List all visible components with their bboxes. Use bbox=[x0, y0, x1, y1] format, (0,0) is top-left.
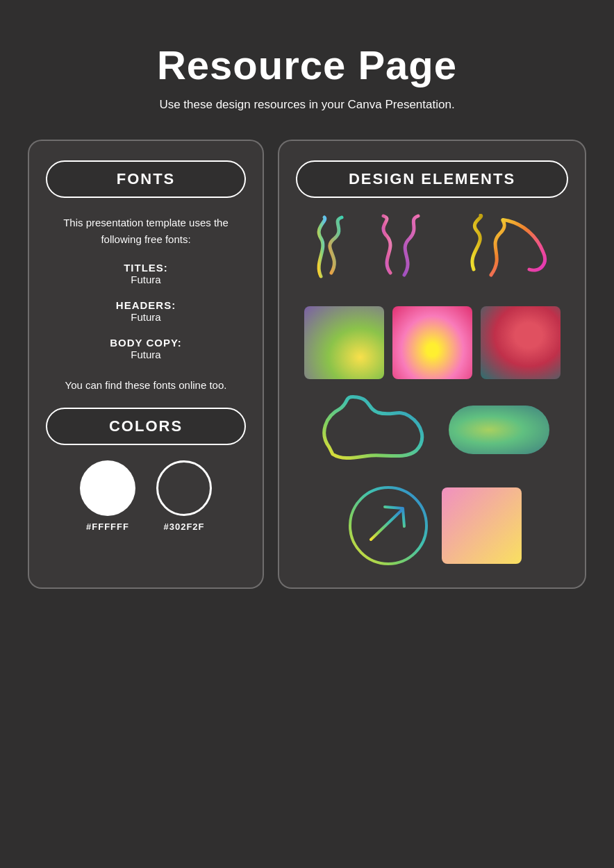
color-swatches: #FFFFFF #302F2F bbox=[80, 460, 212, 532]
color-hex-white: #FFFFFF bbox=[86, 521, 129, 532]
font-entry-titles: TITLES: Futura bbox=[124, 262, 168, 285]
swatch-white: #FFFFFF bbox=[80, 460, 135, 532]
squiggles-row bbox=[296, 210, 568, 294]
page-title: Resource Page bbox=[157, 42, 457, 88]
font-label-headers: HEADERS: bbox=[116, 299, 176, 311]
pill-shape bbox=[449, 406, 549, 454]
gradient-square-1 bbox=[304, 306, 384, 379]
page-subtitle: Use these design resources in your Canva… bbox=[159, 98, 454, 112]
main-grid: FONTS This presentation template uses th… bbox=[28, 140, 586, 589]
gradient-squares-row bbox=[296, 306, 568, 379]
gradient-square-2 bbox=[392, 306, 472, 379]
font-entry-headers: HEADERS: Futura bbox=[116, 299, 176, 323]
font-value-titles: Futura bbox=[124, 274, 168, 285]
pink-gradient-square bbox=[442, 487, 522, 564]
colors-section: COLORS #FFFFFF #302F2F bbox=[46, 408, 246, 532]
right-panel: DESIGN ELEMENTS bbox=[278, 140, 586, 589]
left-panel: FONTS This presentation template uses th… bbox=[28, 140, 264, 589]
circle-arrow-svg bbox=[343, 481, 433, 571]
blob-svg bbox=[315, 392, 440, 468]
colors-label-box: COLORS bbox=[46, 408, 246, 445]
font-entry-body: BODY COPY: Futura bbox=[110, 337, 182, 360]
fonts-description: This presentation template uses the foll… bbox=[46, 215, 246, 248]
color-circle-dark bbox=[156, 460, 212, 516]
squiggles-svg bbox=[307, 214, 557, 290]
gradient-square-3 bbox=[481, 306, 561, 379]
design-elements-label: DESIGN ELEMENTS bbox=[349, 170, 515, 187]
fonts-label: FONTS bbox=[117, 170, 176, 187]
font-label-body: BODY COPY: bbox=[110, 337, 182, 349]
swatch-dark: #302F2F bbox=[156, 460, 212, 532]
colors-label: COLORS bbox=[109, 417, 183, 435]
blob-pill-row bbox=[296, 392, 568, 468]
color-circle-white bbox=[80, 460, 135, 516]
font-label-titles: TITLES: bbox=[124, 262, 168, 274]
color-hex-dark: #302F2F bbox=[163, 521, 204, 532]
fonts-label-box: FONTS bbox=[46, 160, 246, 198]
font-value-headers: Futura bbox=[116, 311, 176, 323]
design-elements-label-box: DESIGN ELEMENTS bbox=[296, 160, 568, 198]
font-value-body: Futura bbox=[110, 349, 182, 360]
svg-line-1 bbox=[371, 510, 402, 540]
fonts-footer: You can find these fonts online too. bbox=[65, 377, 227, 394]
circle-arrow-row bbox=[296, 481, 568, 571]
svg-point-0 bbox=[350, 487, 426, 564]
